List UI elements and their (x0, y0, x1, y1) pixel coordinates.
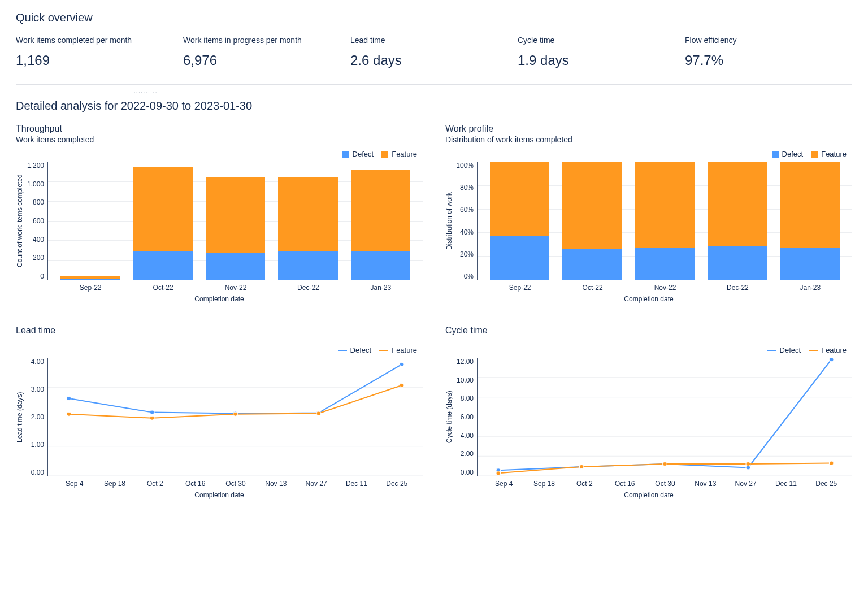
bar[interactable] (206, 162, 265, 280)
chart-legend: Defect Feature (16, 150, 423, 158)
chart-area: Lead time (days) 4.003.002.001.000.00 (16, 358, 423, 476)
x-tick: Sep-22 (484, 284, 556, 292)
swatch-icon (379, 350, 388, 351)
metric-lead-time: Lead time 2.6 days (350, 36, 518, 68)
x-ticks: Sep-22Oct-22Nov-22Dec-22Jan-23 (445, 280, 852, 292)
x-axis-label: Completion date (16, 491, 423, 499)
data-point[interactable] (150, 416, 154, 420)
data-point[interactable] (829, 461, 834, 465)
chart-work-profile: Work profile Distribution of work items … (445, 124, 852, 303)
metric-value: 2.6 days (350, 53, 518, 68)
legend-label: Feature (392, 150, 417, 158)
bar-segment (708, 162, 767, 246)
y-ticks: 1,2001,0008006004002000 (24, 162, 47, 280)
bar[interactable] (635, 162, 695, 280)
legend-defect: Defect (338, 346, 372, 354)
y-ticks: 4.003.002.001.000.00 (24, 358, 47, 476)
bar[interactable] (60, 162, 120, 280)
data-point[interactable] (746, 462, 750, 466)
metric-value: 97.7% (685, 53, 852, 68)
x-ticks: Sep 4Sep 18Oct 2Oct 16Oct 30Nov 13Nov 27… (16, 476, 423, 488)
swatch-icon (767, 350, 776, 351)
bar[interactable] (708, 162, 767, 280)
chart-title: Cycle time (445, 326, 852, 336)
bar[interactable] (351, 162, 410, 280)
bar-segment (351, 251, 410, 280)
resize-handle-icon[interactable]: ···················· (129, 89, 163, 94)
data-point[interactable] (829, 358, 834, 362)
data-point[interactable] (400, 362, 404, 366)
legend-label: Defect (353, 150, 374, 158)
x-axis-label: Completion date (445, 491, 852, 499)
x-tick: Sep 18 (94, 480, 134, 488)
bar-segment (278, 251, 337, 280)
data-point[interactable] (67, 397, 71, 401)
y-axis-label: Count of work items completed (16, 162, 24, 280)
bar-segment (708, 246, 767, 280)
chart-title: Lead time (16, 326, 423, 336)
chart-legend: Defect Feature (16, 346, 423, 354)
data-point[interactable] (316, 411, 321, 415)
x-tick: Oct-22 (556, 284, 628, 292)
bar[interactable] (562, 162, 622, 280)
metric-label: Cycle time (518, 36, 685, 45)
x-tick: Oct 16 (605, 480, 645, 488)
y-axis-label: Lead time (days) (16, 358, 24, 476)
data-point[interactable] (233, 412, 238, 416)
line-series[interactable] (498, 359, 831, 470)
bar[interactable] (278, 162, 337, 280)
data-point[interactable] (579, 465, 584, 468)
y-tick: 600 (24, 217, 44, 225)
metric-cycle-time: Cycle time 1.9 days (518, 36, 685, 68)
line-series[interactable] (69, 365, 402, 414)
data-point[interactable] (496, 471, 501, 475)
bar-segment (635, 248, 695, 280)
y-tick: 0.00 (453, 468, 474, 476)
bar[interactable] (133, 162, 192, 280)
x-tick: Sep 4 (54, 480, 94, 488)
chart-area: Count of work items completed 1,2001,000… (16, 162, 423, 280)
legend-feature: Feature (381, 150, 417, 158)
bar[interactable] (780, 162, 840, 280)
metric-completed: Work items completed per month 1,169 (16, 36, 183, 68)
analysis-heading: Detailed analysis for 2022-09-30 to 2023… (16, 99, 852, 112)
charts-grid: Throughput Work items completed Defect F… (16, 124, 852, 499)
data-point[interactable] (400, 383, 404, 387)
metric-value: 6,976 (183, 53, 350, 68)
x-tick: Nov 27 (296, 480, 336, 488)
metric-in-progress: Work items in progress per month 6,976 (183, 36, 350, 68)
plot-area (477, 162, 852, 280)
x-tick: Dec-22 (701, 284, 774, 292)
legend-feature: Feature (809, 346, 847, 354)
bar[interactable] (490, 162, 549, 280)
swatch-icon (342, 151, 349, 158)
data-point[interactable] (663, 462, 667, 466)
y-tick: 100% (453, 162, 474, 170)
bar-segment (562, 249, 622, 280)
bar-segment (351, 170, 410, 250)
legend-label: Defect (780, 346, 801, 354)
metric-label: Flow efficiency (685, 36, 852, 45)
bar-group (127, 162, 199, 280)
y-tick: 40% (453, 228, 474, 236)
data-point[interactable] (67, 412, 71, 416)
data-point[interactable] (150, 410, 154, 414)
chart-throughput: Throughput Work items completed Defect F… (16, 124, 423, 303)
chart-title: Throughput (16, 124, 423, 134)
data-point[interactable] (746, 466, 750, 470)
x-tick: Dec 11 (766, 480, 806, 488)
legend-label: Feature (392, 346, 417, 354)
y-tick: 60% (453, 206, 474, 214)
y-tick: 1,000 (24, 180, 44, 188)
swatch-icon (381, 151, 388, 158)
bar-segment (780, 162, 840, 248)
x-tick: Nov-22 (199, 284, 272, 292)
swatch-icon (772, 151, 779, 158)
legend-label: Defect (350, 346, 372, 354)
bar-segment (206, 253, 265, 280)
bar-group (54, 162, 127, 280)
x-tick: Oct 16 (175, 480, 215, 488)
plot-area (47, 358, 423, 476)
y-tick: 400 (24, 236, 44, 244)
legend-defect: Defect (772, 150, 804, 158)
